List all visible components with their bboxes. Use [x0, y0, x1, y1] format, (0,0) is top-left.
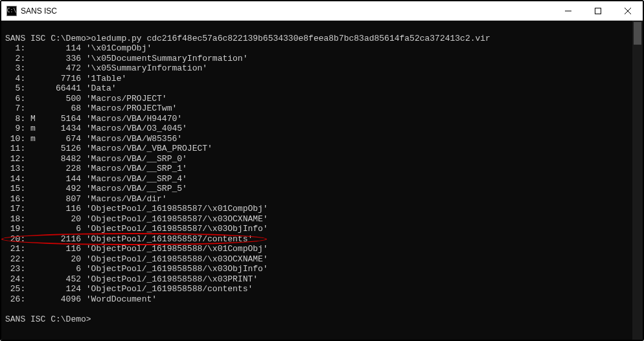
titlebar: C:\ SANS ISC: [1, 1, 643, 21]
terminal-area: SANS ISC C:\Demo>oledump.py cdc216f48ec5…: [1, 21, 643, 340]
window-controls: [553, 1, 643, 20]
svg-rect-1: [595, 8, 601, 14]
app-icon: C:\: [6, 6, 17, 16]
terminal-output[interactable]: SANS ISC C:\Demo>oledump.py cdc216f48ec5…: [1, 21, 643, 340]
minimize-button[interactable]: [553, 1, 583, 20]
maximize-button[interactable]: [583, 1, 613, 20]
window-title: SANS ISC: [21, 6, 553, 16]
scrollbar-vertical[interactable]: [632, 21, 643, 340]
scrollbar-thumb[interactable]: [634, 22, 641, 45]
close-button[interactable]: [613, 1, 643, 20]
